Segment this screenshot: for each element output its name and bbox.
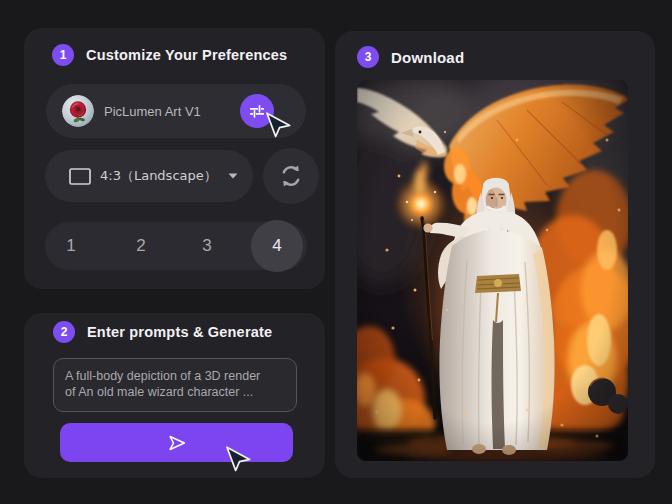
step3-title: Download [391, 49, 464, 66]
aspect-ratio-selector[interactable]: 4:3（Landscape） [45, 150, 253, 202]
sliders-button[interactable] [240, 94, 274, 128]
image-count-selector: 1 2 3 4 [45, 222, 307, 270]
step1-header: 1 Customize Your Preferences [52, 44, 287, 66]
generated-image[interactable] [357, 80, 628, 461]
model-name-label: PicLumen Art V1 [104, 84, 201, 138]
step2-header: 2 Enter prompts & Generate [53, 321, 272, 343]
count-option-2[interactable]: 2 [121, 222, 161, 270]
download-panel: 3 Download [335, 31, 655, 478]
prompt-panel: 2 Enter prompts & Generate A full-body d… [24, 313, 325, 478]
model-selector[interactable]: PicLumen Art V1 [46, 84, 306, 138]
count-option-3[interactable]: 3 [187, 222, 227, 270]
sliders-icon [247, 101, 267, 121]
prompt-text-line2: of An old male wizard character ... [65, 384, 286, 400]
step2-title: Enter prompts & Generate [87, 324, 272, 340]
landscape-ratio-icon [69, 168, 91, 185]
refresh-button[interactable] [263, 148, 319, 204]
refresh-icon [278, 163, 304, 189]
step2-badge: 2 [53, 321, 75, 343]
chevron-down-icon [228, 173, 238, 179]
count-option-4[interactable]: 4 [257, 222, 297, 270]
aspect-ratio-label: 4:3（Landscape） [100, 167, 217, 185]
rose-avatar [62, 95, 94, 127]
step1-badge: 1 [52, 44, 74, 66]
prompt-text-line1: A full-body depiction of a 3D render [65, 368, 286, 384]
step3-header: 3 Download [357, 46, 464, 68]
piclumen-onboarding-screen: 1 Customize Your Preferences [0, 0, 672, 504]
generate-button[interactable] [60, 423, 293, 462]
count-option-1[interactable]: 1 [51, 222, 91, 270]
send-icon [166, 432, 188, 454]
step1-title: Customize Your Preferences [86, 47, 287, 63]
customize-panel: 1 Customize Your Preferences [24, 28, 325, 289]
step3-badge: 3 [357, 46, 379, 68]
prompt-input[interactable]: A full-body depiction of a 3D render of … [53, 358, 297, 412]
